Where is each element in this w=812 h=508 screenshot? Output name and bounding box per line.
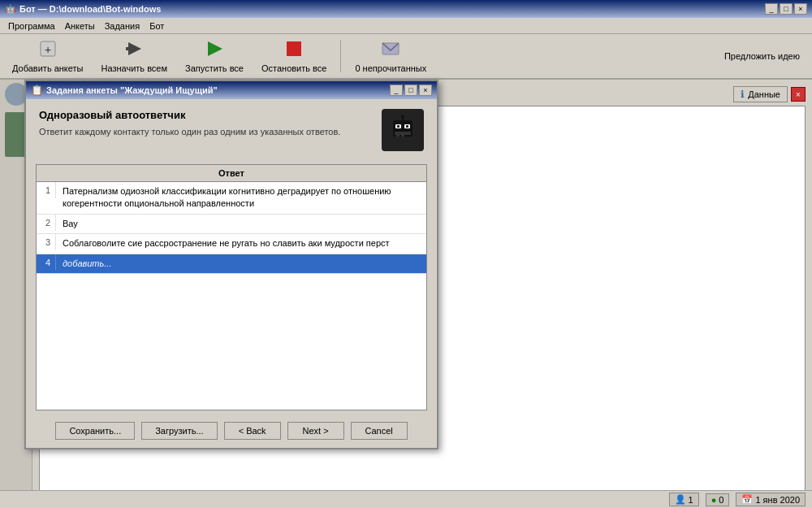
- modal-header-title: Одноразовый автоответчик: [39, 109, 372, 121]
- title-bar: 🤖 Бот — D:\download\Bot-windows _ □ ×: [0, 0, 812, 18]
- add-forms-button[interactable]: + Добавить анкеты: [5, 36, 91, 77]
- table-row-add[interactable]: 4 добавить...: [37, 254, 426, 274]
- separator: [340, 40, 341, 72]
- stop-all-button[interactable]: Остановить все: [254, 36, 334, 77]
- svg-marker-2: [128, 42, 141, 55]
- next-button[interactable]: Next >: [287, 422, 344, 440]
- modal-overlay: 📋 Задания анкеты "Жаждущий Ищущий" _ □ ×…: [0, 80, 812, 508]
- maximize-button[interactable]: □: [780, 3, 793, 15]
- unread-button[interactable]: 0 непрочитанных: [348, 36, 434, 77]
- table-row[interactable]: 2 Вау: [37, 215, 426, 234]
- svg-rect-17: [396, 138, 409, 145]
- svg-text:+: +: [45, 43, 51, 56]
- menu-bar: Программа Анкеты Задания Бот: [0, 18, 812, 34]
- row-number: 1: [37, 182, 56, 198]
- main-area: ℹ Данные × 📋 Задания анкеты "Жаждущий Ищ…: [0, 80, 812, 508]
- modal-header-text: Одноразовый автоответчик Ответит каждому…: [39, 109, 372, 138]
- modal-header-desc: Ответит каждому контакту только один раз…: [39, 126, 372, 138]
- row-text: Вау: [56, 215, 426, 233]
- row-number: 2: [37, 215, 56, 231]
- svg-rect-14: [401, 133, 404, 137]
- toolbar-right: Предложить идею: [717, 47, 807, 65]
- table-header: Ответ: [37, 165, 426, 182]
- modal-maximize-button[interactable]: □: [404, 85, 417, 96]
- run-all-label: Запустить все: [185, 63, 244, 73]
- assign-all-button[interactable]: Назначить всем: [94, 36, 175, 77]
- modal-minimize-button[interactable]: _: [390, 85, 403, 96]
- row-text: Соблаговолите сие рассространение не руг…: [56, 234, 426, 253]
- unread-label: 0 непрочитанных: [355, 63, 426, 73]
- menu-ankety[interactable]: Анкеты: [60, 20, 100, 32]
- menu-programa[interactable]: Программа: [3, 20, 60, 32]
- row-text: Патернализм одиозной классификации когни…: [56, 182, 426, 214]
- run-all-button[interactable]: Запустить все: [178, 36, 251, 77]
- modal-title-controls: _ □ ×: [390, 85, 432, 96]
- title-icon: 🤖: [5, 4, 16, 15]
- propose-idea-button[interactable]: Предложить идею: [717, 47, 807, 65]
- svg-rect-11: [406, 125, 408, 128]
- modal-footer: Сохранить... Загрузить... < Back Next > …: [26, 414, 437, 448]
- modal-title-left: 📋 Задания анкеты "Жаждущий Ищущий": [31, 85, 218, 96]
- save-button[interactable]: Сохранить...: [55, 422, 135, 440]
- run-icon: [205, 40, 223, 62]
- answers-table: Ответ 1 Патернализм одиозной классификац…: [36, 164, 427, 410]
- svg-rect-3: [126, 47, 129, 50]
- add-icon: +: [39, 40, 57, 62]
- add-forms-label: Добавить анкеты: [12, 63, 84, 73]
- minimize-button[interactable]: _: [765, 3, 778, 15]
- table-row[interactable]: 3 Соблаговолите сие рассространение не р…: [37, 234, 426, 254]
- modal-title-icon: 📋: [31, 85, 43, 96]
- modal-title-bar: 📋 Задания анкеты "Жаждущий Ищущий" _ □ ×: [26, 81, 437, 99]
- assign-all-label: Назначить всем: [102, 63, 168, 73]
- close-button[interactable]: ×: [794, 3, 807, 15]
- stop-all-label: Остановить все: [261, 63, 326, 73]
- table-body: 1 Патернализм одиозной классификации ког…: [37, 182, 426, 410]
- title-bar-title: 🤖 Бот — D:\download\Bot-windows: [5, 4, 161, 15]
- modal-close-button[interactable]: ×: [419, 85, 432, 96]
- modal-dialog: 📋 Задания анкеты "Жаждущий Ищущий" _ □ ×…: [24, 80, 438, 449]
- svg-rect-13: [396, 133, 400, 137]
- menu-bot[interactable]: Бот: [145, 20, 169, 32]
- robot-icon: [382, 109, 424, 151]
- row-number: 3: [37, 234, 56, 250]
- svg-point-16: [401, 115, 404, 118]
- back-button[interactable]: < Back: [224, 422, 281, 440]
- row-number: 4: [37, 254, 56, 271]
- toolbar: + Добавить анкеты Назначить всем Запусти…: [0, 34, 812, 80]
- title-bar-controls: _ □ ×: [765, 3, 807, 15]
- modal-title-text: Задания анкеты "Жаждущий Ищущий": [46, 85, 218, 95]
- cancel-button[interactable]: Cancel: [351, 422, 408, 440]
- svg-rect-10: [397, 125, 400, 128]
- stop-icon: [285, 40, 303, 62]
- svg-marker-4: [208, 41, 222, 56]
- svg-rect-5: [287, 41, 301, 56]
- modal-header: Одноразовый автоответчик Ответит каждому…: [26, 99, 437, 161]
- mail-icon: [382, 40, 400, 62]
- table-row[interactable]: 1 Патернализм одиозной классификации ког…: [37, 182, 426, 215]
- menu-zadaniya[interactable]: Задания: [100, 20, 145, 32]
- row-text-add: добавить...: [56, 254, 426, 273]
- assign-icon: [125, 40, 143, 62]
- load-button[interactable]: Загрузить...: [141, 422, 217, 440]
